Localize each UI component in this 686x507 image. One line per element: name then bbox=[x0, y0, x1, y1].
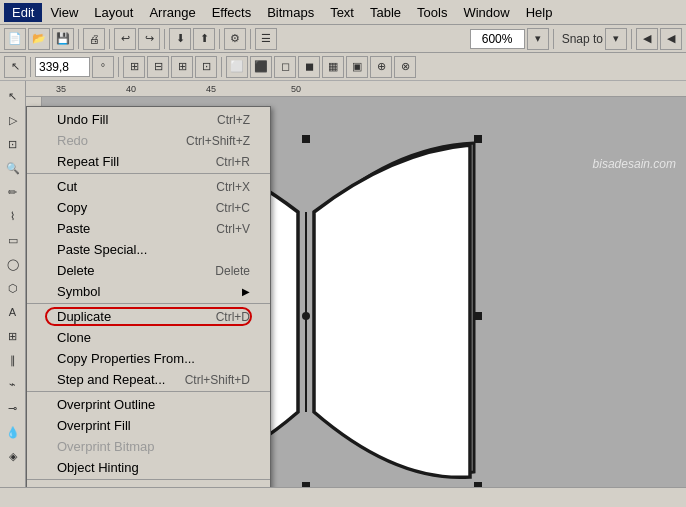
coord-input[interactable] bbox=[35, 57, 90, 77]
menu-duplicate-label: Duplicate bbox=[57, 309, 111, 324]
zoom-dropdown[interactable]: ▾ bbox=[527, 28, 549, 50]
menu-layout[interactable]: Layout bbox=[86, 3, 141, 22]
menu-copy-shortcut: Ctrl+C bbox=[216, 201, 250, 215]
tb-t8[interactable]: ⊗ bbox=[394, 56, 416, 78]
tool-connector[interactable]: ⌁ bbox=[2, 373, 24, 395]
menu-overprint-fill-label: Overprint Fill bbox=[57, 418, 131, 433]
tb-t4[interactable]: ◼ bbox=[298, 56, 320, 78]
sep3 bbox=[164, 29, 165, 49]
tb-export[interactable]: ⬆ bbox=[193, 28, 215, 50]
tb-undo[interactable]: ↩ bbox=[114, 28, 136, 50]
menu-overprint-bitmap: Overprint Bitmap bbox=[27, 436, 270, 457]
tool-polygon[interactable]: ⬡ bbox=[2, 277, 24, 299]
menu-copy-props[interactable]: Copy Properties From... bbox=[27, 348, 270, 369]
tool-smart[interactable]: ⌇ bbox=[2, 205, 24, 227]
menu-text[interactable]: Text bbox=[322, 3, 362, 22]
tb-redo[interactable]: ↪ bbox=[138, 28, 160, 50]
tb-options[interactable]: ☰ bbox=[255, 28, 277, 50]
menu-view[interactable]: View bbox=[42, 3, 86, 22]
main-area: ↖ ▷ ⊡ 🔍 ✏ ⌇ ▭ ◯ ⬡ A ⊞ ∥ ⌁ ⊸ 💧 ◈ 35 40 45… bbox=[0, 81, 686, 487]
menu-paste[interactable]: Paste Ctrl+V bbox=[27, 218, 270, 239]
menu-repeat[interactable]: Repeat Fill Ctrl+R bbox=[27, 151, 270, 174]
handle-bm[interactable] bbox=[302, 482, 310, 487]
menu-select-all-label: Select All bbox=[57, 485, 110, 487]
menu-overprint-outline[interactable]: Overprint Outline bbox=[27, 394, 270, 415]
tb-save[interactable]: 💾 bbox=[52, 28, 74, 50]
tb-app-launcher[interactable]: ⚙ bbox=[224, 28, 246, 50]
menu-paste-special[interactable]: Paste Special... bbox=[27, 239, 270, 260]
menu-bitmaps[interactable]: Bitmaps bbox=[259, 3, 322, 22]
tb-import[interactable]: ⬇ bbox=[169, 28, 191, 50]
tb-t7[interactable]: ⊕ bbox=[370, 56, 392, 78]
tool-zoom[interactable]: 🔍 bbox=[2, 157, 24, 179]
menu-edit[interactable]: Edit bbox=[4, 3, 42, 22]
menu-duplicate-shortcut: Ctrl+D bbox=[216, 310, 250, 324]
tb-t2[interactable]: ⬛ bbox=[250, 56, 272, 78]
tool-shape[interactable]: ▷ bbox=[2, 109, 24, 131]
ruler-tick-45: 45 bbox=[206, 84, 216, 94]
tb-align2[interactable]: ⊟ bbox=[147, 56, 169, 78]
tool-select[interactable]: ↖ bbox=[2, 85, 24, 107]
tb-angle[interactable]: ° bbox=[92, 56, 114, 78]
tb-new[interactable]: 📄 bbox=[4, 28, 26, 50]
menu-symbol[interactable]: Symbol ▶ bbox=[27, 281, 270, 304]
handle-br[interactable] bbox=[474, 482, 482, 487]
menu-duplicate[interactable]: Duplicate Ctrl+D bbox=[27, 306, 270, 327]
menu-cut[interactable]: Cut Ctrl+X bbox=[27, 176, 270, 197]
tool-parallel[interactable]: ∥ bbox=[2, 349, 24, 371]
sep7 bbox=[631, 29, 632, 49]
menu-redo-label: Redo bbox=[57, 133, 88, 148]
snap-label: Snap to bbox=[562, 32, 603, 46]
menu-step-repeat[interactable]: Step and Repeat... Ctrl+Shift+D bbox=[27, 369, 270, 392]
menu-copy-props-label: Copy Properties From... bbox=[57, 351, 195, 366]
menu-overprint-fill[interactable]: Overprint Fill bbox=[27, 415, 270, 436]
tool-crop[interactable]: ⊡ bbox=[2, 133, 24, 155]
tb-more1[interactable]: ◀ bbox=[636, 28, 658, 50]
tb-t3[interactable]: ◻ bbox=[274, 56, 296, 78]
tool-eyedrop[interactable]: 💧 bbox=[2, 421, 24, 443]
tb-align1[interactable]: ⊞ bbox=[123, 56, 145, 78]
menu-help[interactable]: Help bbox=[518, 3, 561, 22]
menu-table[interactable]: Table bbox=[362, 3, 409, 22]
menubar: Edit View Layout Arrange Effects Bitmaps… bbox=[0, 0, 686, 25]
tb-open[interactable]: 📂 bbox=[28, 28, 50, 50]
menu-undo[interactable]: Undo Fill Ctrl+Z bbox=[27, 109, 270, 130]
ruler-tick-35: 35 bbox=[56, 84, 66, 94]
menu-tools[interactable]: Tools bbox=[409, 3, 455, 22]
tool-freehand[interactable]: ✏ bbox=[2, 181, 24, 203]
menu-delete[interactable]: Delete Delete bbox=[27, 260, 270, 281]
edit-menu-dropdown: Undo Fill Ctrl+Z Redo Ctrl+Shift+Z Repea… bbox=[26, 106, 271, 487]
ruler-horizontal: 35 40 45 50 bbox=[26, 81, 686, 97]
handle-tm[interactable] bbox=[302, 135, 310, 143]
tb-t5[interactable]: ▦ bbox=[322, 56, 344, 78]
tb-t6[interactable]: ▣ bbox=[346, 56, 368, 78]
tool-ellipse[interactable]: ◯ bbox=[2, 253, 24, 275]
canvas-area: 35 40 45 50 bisadesain.com bbox=[26, 81, 686, 487]
tb-align3[interactable]: ⊞ bbox=[171, 56, 193, 78]
menu-undo-shortcut: Ctrl+Z bbox=[217, 113, 250, 127]
tool-text[interactable]: A bbox=[2, 301, 24, 323]
menu-clone[interactable]: Clone bbox=[27, 327, 270, 348]
menu-copy[interactable]: Copy Ctrl+C bbox=[27, 197, 270, 218]
tool-measure[interactable]: ⊸ bbox=[2, 397, 24, 419]
menu-effects[interactable]: Effects bbox=[204, 3, 260, 22]
sep1 bbox=[78, 29, 79, 49]
tb-print[interactable]: 🖨 bbox=[83, 28, 105, 50]
tb-align4[interactable]: ⊡ bbox=[195, 56, 217, 78]
tb-t1[interactable]: ⬜ bbox=[226, 56, 248, 78]
menu-select-all[interactable]: Select All ▶ bbox=[27, 482, 270, 487]
zoom-input[interactable] bbox=[470, 29, 525, 49]
menu-object-hinting[interactable]: Object Hinting bbox=[27, 457, 270, 480]
book-shape-right bbox=[314, 145, 470, 477]
sep9 bbox=[118, 57, 119, 77]
tool-table[interactable]: ⊞ bbox=[2, 325, 24, 347]
menu-step-repeat-shortcut: Ctrl+Shift+D bbox=[185, 373, 250, 387]
tb-more2[interactable]: ◀ bbox=[660, 28, 682, 50]
tool-interactive[interactable]: ◈ bbox=[2, 445, 24, 467]
menu-arrange[interactable]: Arrange bbox=[141, 3, 203, 22]
snap-dropdown[interactable]: ▾ bbox=[605, 28, 627, 50]
tool-rect[interactable]: ▭ bbox=[2, 229, 24, 251]
menu-object-hinting-label: Object Hinting bbox=[57, 460, 139, 475]
tb-pick[interactable]: ↖ bbox=[4, 56, 26, 78]
menu-window[interactable]: Window bbox=[455, 3, 517, 22]
